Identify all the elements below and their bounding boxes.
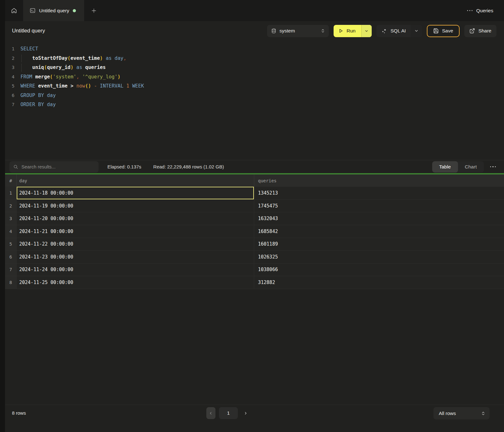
table-row: 52024-11-22 00:00:001601189 bbox=[5, 238, 504, 251]
page-title: Untitled query bbox=[12, 28, 45, 34]
rows-per-page-value: All rows bbox=[439, 411, 456, 416]
code-line[interactable]: 4FROM merge('system', '^query_log') bbox=[5, 72, 504, 82]
sql-ai-button[interactable]: SQL AI bbox=[376, 25, 411, 37]
row-index[interactable]: 6 bbox=[5, 251, 16, 263]
queries-panel-toggle[interactable]: Queries bbox=[467, 0, 504, 21]
console-icon bbox=[30, 8, 36, 14]
tab-bar-spacer bbox=[104, 0, 467, 21]
cell-day[interactable]: 2024-11-21 00:00:00 bbox=[16, 225, 254, 238]
column-header-queries[interactable]: queries bbox=[254, 174, 504, 187]
column-header-day[interactable]: day bbox=[16, 174, 254, 187]
database-selector[interactable]: system bbox=[267, 25, 329, 37]
line-number: 6 bbox=[5, 91, 14, 100]
table-body: 12024-11-18 00:00:00134521322024-11-19 0… bbox=[5, 187, 504, 289]
main-panel: Untitled query Queries Untitled query bbox=[5, 0, 504, 432]
cell-queries[interactable]: 1745475 bbox=[254, 200, 504, 212]
sql-ai-button-group: SQL AI bbox=[376, 25, 422, 37]
cell-day[interactable]: 2024-11-23 00:00:00 bbox=[16, 251, 254, 263]
select-caret-icon bbox=[481, 411, 485, 416]
next-page-button[interactable] bbox=[241, 407, 249, 419]
row-index[interactable]: 7 bbox=[5, 264, 16, 276]
cell-queries[interactable]: 1026325 bbox=[254, 251, 504, 263]
more-icon bbox=[490, 166, 491, 168]
sql-ai-label: SQL AI bbox=[391, 28, 406, 34]
cell-day[interactable]: 2024-11-25 00:00:00 bbox=[16, 276, 254, 289]
run-options-button[interactable] bbox=[361, 25, 372, 37]
run-label: Run bbox=[346, 28, 355, 34]
cell-day[interactable]: 2024-11-20 00:00:00 bbox=[16, 212, 254, 225]
cell-queries[interactable]: 1345213 bbox=[254, 187, 504, 199]
save-label: Save bbox=[442, 28, 453, 34]
cell-queries[interactable]: 1038066 bbox=[254, 264, 504, 276]
column-header-index[interactable]: # bbox=[5, 178, 16, 183]
cell-queries[interactable]: 1601189 bbox=[254, 238, 504, 251]
run-button-group: Run bbox=[334, 25, 371, 37]
sql-editor[interactable]: 1SELECT2 toStartOfDay(event_time) as day… bbox=[5, 41, 504, 160]
line-number: 2 bbox=[5, 54, 14, 63]
view-toggle: Table Chart bbox=[432, 161, 484, 173]
results-toolbar: Elapsed: 0.137s Read: 22,229,488 rows (1… bbox=[5, 160, 504, 173]
cell-day[interactable]: 2024-11-24 00:00:00 bbox=[16, 264, 254, 276]
table-row: 32024-11-20 00:00:001632043 bbox=[5, 212, 504, 225]
sql-console-app: Untitled query Queries Untitled query bbox=[0, 0, 504, 432]
search-icon bbox=[13, 164, 18, 169]
code-line[interactable]: 3 uniq(query_id) as queries bbox=[5, 63, 504, 72]
more-icon bbox=[467, 10, 472, 11]
plus-icon bbox=[91, 8, 97, 14]
cell-day[interactable]: 2024-11-19 00:00:00 bbox=[16, 200, 254, 212]
search-results-box[interactable] bbox=[9, 161, 99, 173]
home-icon bbox=[11, 7, 17, 14]
run-button[interactable]: Run bbox=[334, 25, 361, 37]
line-number: 5 bbox=[5, 82, 14, 91]
save-icon bbox=[433, 28, 439, 34]
line-number: 1 bbox=[5, 44, 14, 54]
line-number: 3 bbox=[5, 63, 14, 72]
tab-untitled-query[interactable]: Untitled query bbox=[23, 0, 84, 21]
rows-per-page-selector[interactable]: All rows bbox=[433, 407, 490, 419]
row-index[interactable]: 8 bbox=[5, 276, 16, 289]
results-footer: 8 rows 1 All rows bbox=[5, 405, 504, 432]
cell-day[interactable]: 2024-11-18 00:00:00 bbox=[16, 187, 254, 199]
share-label: Share bbox=[478, 28, 491, 34]
left-edge-strip bbox=[0, 0, 5, 432]
code-line[interactable]: 2 toStartOfDay(event_time) as day, bbox=[5, 54, 504, 63]
search-results-input[interactable] bbox=[21, 164, 95, 169]
header-actions: system Run bbox=[267, 25, 496, 37]
code-line[interactable]: 6GROUP BY day bbox=[5, 91, 504, 100]
code-line[interactable]: 1SELECT bbox=[5, 44, 504, 54]
share-icon bbox=[469, 28, 475, 34]
row-index[interactable]: 5 bbox=[5, 238, 16, 251]
results-more-button[interactable] bbox=[490, 164, 497, 169]
tab-title: Untitled query bbox=[39, 8, 69, 14]
tab-chart-view[interactable]: Chart bbox=[458, 161, 484, 173]
row-index[interactable]: 1 bbox=[5, 187, 16, 199]
save-button[interactable]: Save bbox=[427, 25, 459, 37]
code-line[interactable]: 7ORDER BY day bbox=[5, 100, 504, 110]
select-caret-icon bbox=[321, 28, 325, 33]
cell-queries[interactable]: 312882 bbox=[254, 276, 504, 289]
tab-table-view[interactable]: Table bbox=[432, 161, 458, 173]
results-empty-area bbox=[5, 289, 504, 405]
cell-day[interactable]: 2024-11-22 00:00:00 bbox=[16, 238, 254, 251]
current-page-button[interactable]: 1 bbox=[219, 407, 238, 419]
table-row: 62024-11-23 00:00:001026325 bbox=[5, 251, 504, 264]
results-table: # day queries 12024-11-18 00:00:00134521… bbox=[5, 174, 504, 289]
row-index[interactable]: 3 bbox=[5, 212, 16, 225]
row-index[interactable]: 2 bbox=[5, 200, 16, 212]
row-index[interactable]: 4 bbox=[5, 225, 16, 238]
table-row: 42024-11-21 00:00:001685842 bbox=[5, 225, 504, 238]
cell-queries[interactable]: 1685842 bbox=[254, 225, 504, 238]
database-selector-value: system bbox=[279, 28, 295, 34]
home-button[interactable] bbox=[5, 0, 23, 21]
play-icon bbox=[338, 28, 343, 33]
sql-ai-options-button[interactable] bbox=[411, 25, 422, 37]
previous-page-button[interactable] bbox=[206, 407, 215, 419]
code-line[interactable]: 5WHERE event_time > now() - INTERVAL 1 W… bbox=[5, 82, 504, 91]
chevron-right-icon bbox=[243, 411, 248, 415]
new-tab-button[interactable] bbox=[84, 0, 104, 21]
line-number: 4 bbox=[5, 72, 14, 82]
share-button[interactable]: Share bbox=[464, 25, 496, 37]
pagination: 1 bbox=[206, 407, 249, 419]
cell-queries[interactable]: 1632043 bbox=[254, 212, 504, 225]
table-header-row: # day queries bbox=[5, 174, 504, 187]
